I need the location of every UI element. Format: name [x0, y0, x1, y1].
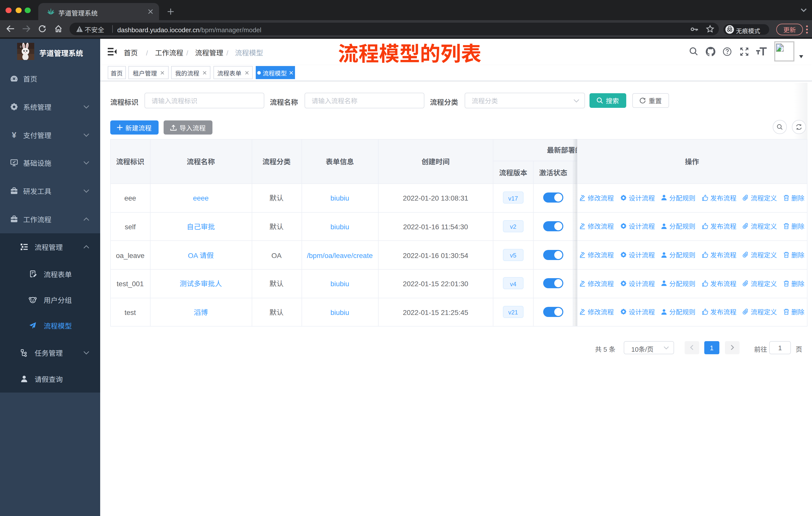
svg-text:¥: ¥	[12, 131, 17, 139]
